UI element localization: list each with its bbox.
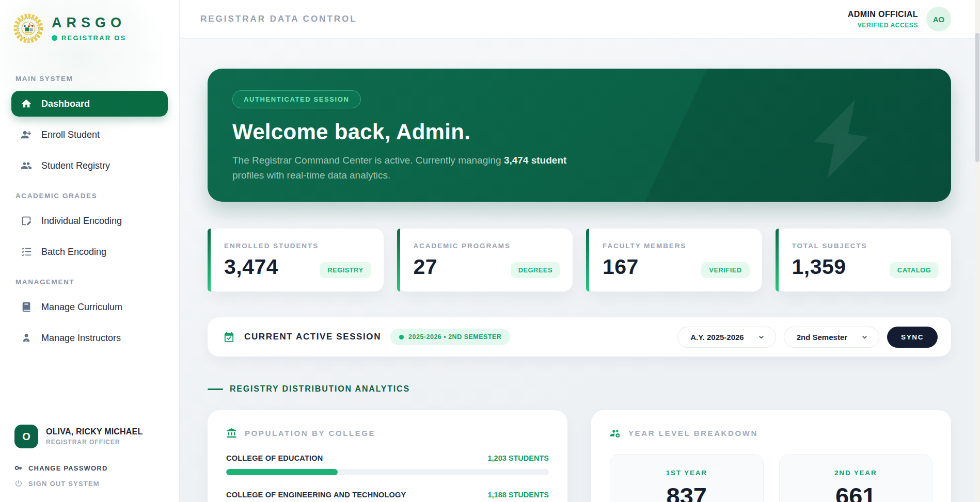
change-password-link[interactable]: CHANGE PASSWORD — [14, 464, 165, 472]
stat-label: TOTAL SUBJECTS — [792, 242, 937, 250]
year-label: 2ND YEAR — [788, 469, 924, 477]
college-name: COLLEGE OF EDUCATION — [226, 454, 323, 462]
stat-badge: CATALOG — [890, 262, 939, 278]
semester-value: 2nd Semester — [797, 333, 847, 342]
university-seal-logo — [13, 13, 43, 43]
panel-title: POPULATION BY COLLEGE — [245, 429, 375, 438]
chevron-down-icon — [861, 333, 868, 341]
year-level-breakdown-panel: YEAR LEVEL BREAKDOWN 1ST YEAR 837 2ND YE… — [591, 410, 951, 502]
sidebar-nav: MAIN SYSTEM Dashboard Enroll Student Stu… — [0, 56, 179, 361]
academic-year-select[interactable]: A.Y. 2025-2026 — [677, 327, 776, 348]
home-icon — [21, 98, 32, 109]
users-icon — [21, 160, 32, 171]
key-icon — [14, 464, 23, 472]
year-value: 661 — [788, 482, 924, 502]
year-tile-1st: 1ST YEAR 837 — [610, 454, 764, 502]
nav-section-main-system: MAIN SYSTEM — [15, 75, 164, 83]
session-period-badge: 2025-2026 • 2ND SEMESTER — [390, 329, 510, 345]
sidebar-item-label: Enroll Student — [41, 129, 100, 140]
change-password-label: CHANGE PASSWORD — [28, 464, 108, 472]
section-dash-icon — [208, 388, 223, 390]
calendar-check-icon — [223, 331, 235, 343]
sidebar-item-label: Manage Instructors — [41, 333, 121, 344]
stat-badge: VERIFIED — [701, 262, 749, 278]
stat-card-academic-programs: ACADEMIC PROGRAMS 27 DEGREES — [397, 229, 573, 292]
sidebar-item-dashboard[interactable]: Dashboard — [11, 91, 168, 117]
sidebar-item-batch-encoding[interactable]: Batch Encoding — [11, 239, 168, 265]
user-name: OLIVA, RICKY MICHAEL — [46, 427, 143, 436]
stat-card-enrolled-students: ENROLLED STUDENTS 3,474 REGISTRY — [208, 229, 384, 292]
stats-row: ENROLLED STUDENTS 3,474 REGISTRY ACADEMI… — [208, 229, 951, 292]
sidebar-item-label: Student Registry — [41, 160, 110, 171]
welcome-title: Welcome back, Admin. — [232, 120, 926, 144]
power-icon — [14, 479, 23, 488]
book-icon — [21, 301, 32, 313]
sidebar-item-enroll-student[interactable]: Enroll Student — [11, 122, 168, 148]
welcome-subtext-count: 3,474 student — [504, 155, 566, 166]
semester-select[interactable]: 2nd Semester — [784, 327, 879, 348]
status-dot-icon — [399, 335, 404, 339]
dashboard-content: AUTHENTICATED SESSION Welcome back, Admi… — [180, 39, 980, 502]
page-title: REGISTRAR DATA CONTROL — [200, 14, 357, 24]
brand-block: ARSGO REGISTRAR OS — [0, 0, 179, 56]
academic-year-value: A.Y. 2025-2026 — [690, 333, 744, 342]
sidebar-item-label: Dashboard — [41, 99, 90, 109]
stat-card-total-subjects: TOTAL SUBJECTS 1,359 CATALOG — [776, 229, 952, 292]
stat-label: FACULTY MEMBERS — [603, 242, 748, 250]
users-gear-icon — [610, 428, 621, 439]
progress-bar — [226, 469, 549, 475]
sidebar: ARSGO REGISTRAR OS MAIN SYSTEM Dashboard… — [0, 0, 180, 502]
sidebar-item-label: Batch Encoding — [41, 247, 106, 257]
sidebar-user-panel: O OLIVA, RICKY MICHAEL REGISTRAR OFFICER… — [0, 412, 179, 502]
welcome-subtext-suffix: profiles with real-time data analytics. — [232, 170, 390, 181]
college-count: 1,203 STUDENTS — [488, 454, 549, 462]
sidebar-item-manage-curriculum[interactable]: Manage Curriculum — [11, 294, 168, 320]
instructor-icon — [21, 332, 32, 344]
chevron-down-icon — [757, 333, 765, 341]
sidebar-item-student-registry[interactable]: Student Registry — [11, 153, 168, 179]
sign-out-label: SIGN OUT SYSTEM — [28, 480, 100, 488]
welcome-subtext: The Registrar Command Center is active. … — [232, 153, 594, 183]
welcome-subtext-prefix: The Registrar Command Center is active. … — [232, 155, 504, 166]
checklist-icon — [21, 246, 32, 257]
admin-status-badge: VERIFIED ACCESS — [848, 22, 918, 29]
sidebar-item-manage-instructors[interactable]: Manage Instructors — [11, 325, 168, 351]
stat-card-faculty-members: FACULTY MEMBERS 167 VERIFIED — [586, 229, 762, 292]
analytics-panels: POPULATION BY COLLEGE COLLEGE OF EDUCATI… — [208, 410, 951, 502]
stat-badge: REGISTRY — [320, 262, 371, 278]
stat-label: ACADEMIC PROGRAMS — [414, 242, 559, 250]
main-area: REGISTRAR DATA CONTROL ADMIN OFFICIAL VE… — [180, 0, 980, 502]
page-scrollbar[interactable] — [975, 0, 980, 502]
progress-bar-fill — [226, 469, 338, 475]
session-period-label: 2025-2026 • 2ND SEMESTER — [408, 333, 501, 341]
college-row: COLLEGE OF ENGINEERING AND TECHNOLOGY 1,… — [226, 491, 549, 502]
year-tile-2nd: 2ND YEAR 661 — [779, 454, 933, 502]
user-plus-icon — [21, 129, 32, 140]
brand-dot-icon — [52, 35, 57, 41]
year-value: 837 — [619, 482, 755, 502]
stat-label: ENROLLED STUDENTS — [224, 242, 369, 250]
college-row: COLLEGE OF EDUCATION 1,203 STUDENTS — [226, 454, 549, 475]
sidebar-item-label: Manage Curriculum — [41, 302, 122, 313]
sidebar-item-individual-encoding[interactable]: Individual Encoding — [11, 208, 168, 234]
scrollbar-thumb[interactable] — [975, 33, 979, 162]
population-by-college-panel: POPULATION BY COLLEGE COLLEGE OF EDUCATI… — [208, 410, 567, 502]
nav-section-management: MANAGEMENT — [15, 278, 164, 286]
sign-out-link[interactable]: SIGN OUT SYSTEM — [14, 479, 165, 488]
user-avatar: O — [14, 425, 38, 448]
session-title: CURRENT ACTIVE SESSION — [244, 332, 381, 342]
sidebar-item-label: Individual Encoding — [41, 216, 122, 226]
nav-section-academic-grades: ACADEMIC GRADES — [15, 192, 164, 200]
college-name: COLLEGE OF ENGINEERING AND TECHNOLOGY — [226, 491, 406, 499]
welcome-banner: AUTHENTICATED SESSION Welcome back, Admi… — [208, 69, 951, 202]
year-label: 1ST YEAR — [619, 469, 755, 477]
brand-subtitle: REGISTRAR OS — [61, 34, 126, 42]
analytics-section-title: REGISTRY DISTRIBUTION ANALYTICS — [230, 384, 410, 394]
user-role: REGISTRAR OFFICER — [46, 439, 143, 446]
analytics-section-header: REGISTRY DISTRIBUTION ANALYTICS — [208, 384, 951, 394]
sync-button[interactable]: SYNC — [887, 327, 938, 348]
admin-avatar[interactable]: AO — [926, 7, 951, 31]
admin-name: ADMIN OFFICIAL — [848, 10, 918, 19]
panel-title: YEAR LEVEL BREAKDOWN — [628, 429, 758, 438]
brand-name: ARSGO — [52, 15, 126, 31]
